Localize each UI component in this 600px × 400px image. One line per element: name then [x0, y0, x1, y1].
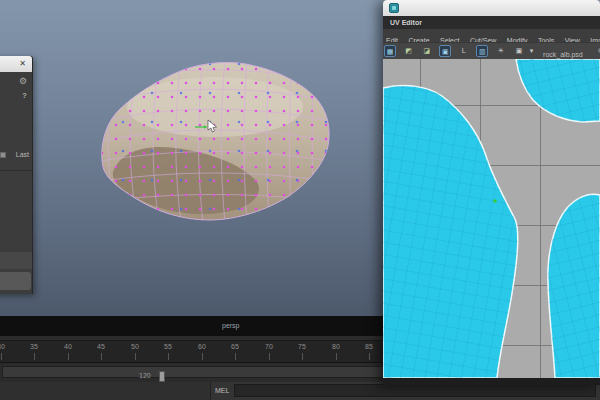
tick-label: 80	[327, 343, 345, 350]
tick-mark	[68, 353, 69, 360]
tick-mark	[101, 353, 102, 360]
uv-shaded-icon[interactable]: ☀	[495, 45, 507, 57]
uv-shell-main[interactable]	[383, 86, 518, 378]
tick-label: 50	[126, 343, 144, 350]
tick-label: 70	[260, 343, 278, 350]
help-icon[interactable]: ?	[22, 91, 27, 100]
tick-label: 55	[159, 343, 177, 350]
tick-label: 85	[360, 343, 378, 350]
gear-icon[interactable]: ⚙	[19, 76, 27, 86]
tool-options-dialog: ✕ ⚙ ? Last	[0, 56, 33, 294]
uv-window-titlebar[interactable]	[383, 0, 600, 16]
tick-mark	[369, 353, 370, 360]
mel-language-toggle[interactable]: MEL	[215, 387, 229, 394]
tool-icon	[0, 152, 6, 158]
uv-shells-svg	[383, 59, 600, 378]
tick-mark	[168, 353, 169, 360]
range-end-value: 120	[139, 372, 151, 379]
rock-vertices-blue	[85, 52, 345, 232]
tick-mark	[269, 353, 270, 360]
uv-grid-icon[interactable]: ▦	[384, 45, 396, 57]
range-slider-handle[interactable]	[159, 371, 165, 382]
tick-mark	[34, 353, 35, 360]
tick-mark	[302, 353, 303, 360]
uv-shell-alt-icon[interactable]: ◪	[421, 45, 433, 57]
dialog-divider	[0, 170, 32, 171]
uv-toolbar: ▦ ◩ ◪ ▣ L ▥ ☀ ▣ ▾ rock_alb.psd ⟳ ▤	[383, 42, 600, 59]
menu-view[interactable]: View	[562, 34, 583, 42]
tick-mark	[202, 353, 203, 360]
tick-label: 30	[0, 343, 10, 350]
maya-application: persp ✕ ⚙ ? Last 30 35 40 45 50 55 60 65…	[0, 0, 600, 400]
uv-window-bottom-bar	[383, 378, 600, 385]
tick-label: 40	[59, 343, 77, 350]
uv-isolate-icon[interactable]: ▥	[476, 45, 488, 57]
tick-mark	[235, 353, 236, 360]
uv-shell-top-right[interactable]	[516, 59, 600, 122]
menu-modify[interactable]: Modify	[504, 34, 531, 42]
camera-label: persp	[222, 322, 240, 329]
last-tool-row[interactable]: Last	[0, 149, 32, 163]
menu-select[interactable]: Select	[437, 34, 462, 42]
chevron-down-icon[interactable]: ▾	[529, 45, 535, 57]
tick-label: 45	[92, 343, 110, 350]
dialog-titlebar[interactable]: ✕	[0, 56, 32, 72]
tick-mark	[135, 353, 136, 360]
uv-editor-app-icon	[389, 3, 399, 13]
tick-label: 65	[226, 343, 244, 350]
menu-create[interactable]: Create	[406, 34, 433, 42]
menu-cut-sew[interactable]: Cut/Sew	[467, 34, 499, 42]
tick-label: 60	[193, 343, 211, 350]
uv-menubar: Edit Create Select Cut/Sew Modify Tools …	[383, 29, 600, 42]
uv-canvas[interactable]	[383, 59, 600, 378]
tick-label: 75	[293, 343, 311, 350]
tick-mark	[1, 353, 2, 360]
rock-model[interactable]	[85, 52, 345, 232]
uv-editor-window: UV Editor Edit Create Select Cut/Sew Mod…	[383, 0, 600, 385]
uv-shell-right[interactable]	[548, 194, 600, 378]
uv-shell-icon[interactable]: ◩	[402, 45, 414, 57]
uv-panel-title: UV Editor	[390, 19, 422, 26]
selected-uv-point[interactable]	[493, 199, 496, 202]
tick-mark	[336, 353, 337, 360]
dialog-footer-strip	[0, 252, 32, 269]
uv-border-icon[interactable]: ▣	[439, 45, 451, 57]
menu-edit[interactable]: Edit	[383, 34, 401, 42]
mel-command-input[interactable]	[234, 384, 596, 397]
menu-tools[interactable]: Tools	[535, 34, 557, 42]
uv-ruler-icon[interactable]: L	[458, 45, 470, 57]
texture-file-name[interactable]: rock_alb.psd	[543, 47, 583, 59]
close-icon[interactable]: ✕	[19, 59, 26, 69]
dialog-footer-button[interactable]	[0, 272, 31, 290]
command-line-left-bar	[0, 382, 211, 400]
tick-label: 35	[25, 343, 43, 350]
refresh-icon[interactable]: ⟳	[595, 45, 600, 57]
menu-image[interactable]: Image	[587, 34, 600, 42]
last-label: Last	[16, 151, 29, 158]
uv-image-dropdown-icon[interactable]: ▣	[513, 45, 525, 57]
uv-panel-label-bar: UV Editor	[383, 16, 600, 29]
